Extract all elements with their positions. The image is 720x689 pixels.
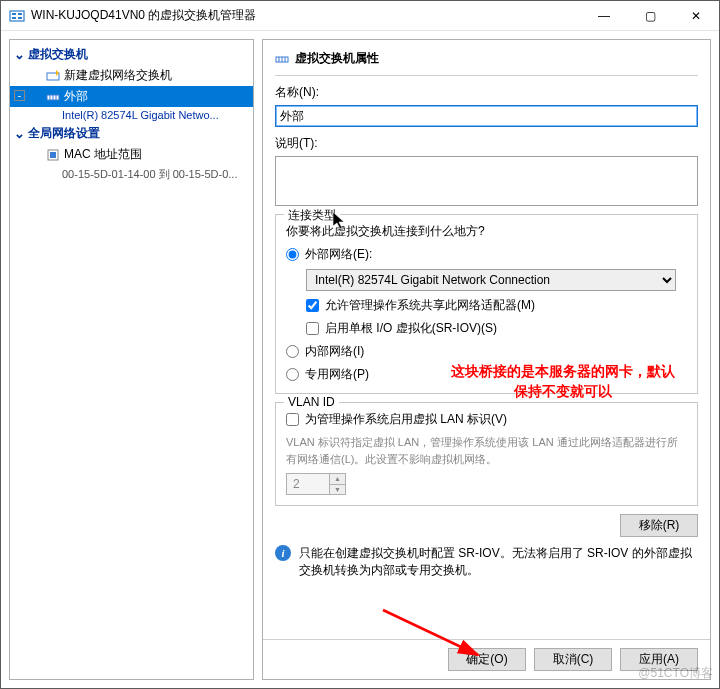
spin-down-icon: ▼ bbox=[329, 485, 345, 495]
sriov-info-text: 只能在创建虚拟交换机时配置 SR-IOV。无法将启用了 SR-IOV 的外部虚拟… bbox=[299, 545, 698, 579]
left-tree-pane: ⌄ 虚拟交换机 新建虚拟网络交换机 - 外部 Intel(R) 82574L G… bbox=[9, 39, 254, 680]
vlan-id-spinner: 2 ▲ ▼ bbox=[286, 473, 346, 495]
chk-share-row[interactable]: 允许管理操作系统共享此网络适配器(M) bbox=[306, 297, 687, 314]
chk-share-label: 允许管理操作系统共享此网络适配器(M) bbox=[325, 297, 535, 314]
caret-down-icon: ⌄ bbox=[14, 127, 25, 140]
section-label: 全局网络设置 bbox=[28, 125, 100, 142]
right-properties-pane: 虚拟交换机属性 名称(N): 说明(T): 连接类型 你要将此虚拟交换机连接到什… bbox=[262, 39, 711, 680]
tree-item-external[interactable]: - 外部 bbox=[10, 86, 253, 107]
new-switch-icon bbox=[46, 69, 60, 83]
svg-rect-3 bbox=[18, 13, 22, 15]
tree-label: 外部 bbox=[64, 88, 88, 105]
tree-sub-adapter[interactable]: Intel(R) 82574L Gigabit Netwo... bbox=[10, 107, 253, 123]
close-button[interactable]: ✕ bbox=[673, 1, 719, 31]
chk-vlan-row[interactable]: 为管理操作系统启用虚拟 LAN 标识(V) bbox=[286, 411, 687, 428]
tree-section-vswitch[interactable]: ⌄ 虚拟交换机 bbox=[10, 44, 253, 65]
vlan-id-value: 2 bbox=[293, 477, 300, 491]
vlan-group: VLAN ID 为管理操作系统启用虚拟 LAN 标识(V) VLAN 标识符指定… bbox=[275, 402, 698, 506]
minimize-button[interactable]: — bbox=[581, 1, 627, 31]
name-label: 名称(N): bbox=[275, 84, 698, 101]
maximize-button[interactable]: ▢ bbox=[627, 1, 673, 31]
radio-internal-row[interactable]: 内部网络(I) bbox=[286, 343, 687, 360]
app-icon bbox=[9, 8, 25, 24]
remove-button[interactable]: 移除(R) bbox=[620, 514, 698, 537]
section-label: 虚拟交换机 bbox=[28, 46, 88, 63]
radio-internal[interactable] bbox=[286, 345, 299, 358]
desc-textarea[interactable] bbox=[275, 156, 698, 206]
window-title: WIN-KUJOQD41VN0 的虚拟交换机管理器 bbox=[31, 7, 581, 24]
connection-question: 你要将此虚拟交换机连接到什么地方? bbox=[286, 223, 687, 240]
svg-rect-1 bbox=[12, 13, 16, 15]
chk-vlan-enable[interactable] bbox=[286, 413, 299, 426]
info-icon: i bbox=[275, 545, 291, 561]
connection-type-group: 连接类型 你要将此虚拟交换机连接到什么地方? 外部网络(E): Intel(R)… bbox=[275, 214, 698, 394]
vlan-legend: VLAN ID bbox=[284, 395, 339, 409]
svg-rect-11 bbox=[50, 152, 56, 158]
chk-sriov-row[interactable]: 启用单根 I/O 虚拟化(SR-IOV)(S) bbox=[306, 320, 687, 337]
adapter-select[interactable]: Intel(R) 82574L Gigabit Network Connecti… bbox=[306, 269, 676, 291]
tree-item-new-vswitch[interactable]: 新建虚拟网络交换机 bbox=[10, 65, 253, 86]
panel-header: 虚拟交换机属性 bbox=[275, 50, 698, 76]
vlan-hint-text: VLAN 标识符指定虚拟 LAN，管理操作系统使用该 LAN 通过此网络适配器进… bbox=[286, 434, 687, 467]
radio-internal-label: 内部网络(I) bbox=[305, 343, 364, 360]
tree-sub-mac: 00-15-5D-01-14-00 到 00-15-5D-0... bbox=[10, 165, 253, 184]
radio-private[interactable] bbox=[286, 368, 299, 381]
radio-private-row[interactable]: 专用网络(P) bbox=[286, 366, 687, 383]
switch-icon bbox=[46, 90, 60, 104]
radio-external-label: 外部网络(E): bbox=[305, 246, 372, 263]
svg-rect-0 bbox=[10, 11, 24, 21]
desc-label: 说明(T): bbox=[275, 135, 698, 152]
tree-label: 新建虚拟网络交换机 bbox=[64, 67, 172, 84]
chk-sriov-label: 启用单根 I/O 虚拟化(SR-IOV)(S) bbox=[325, 320, 497, 337]
tree-section-global[interactable]: ⌄ 全局网络设置 bbox=[10, 123, 253, 144]
titlebar: WIN-KUJOQD41VN0 的虚拟交换机管理器 — ▢ ✕ bbox=[1, 1, 719, 31]
ok-button[interactable]: 确定(O) bbox=[448, 648, 526, 671]
tree-item-mac-range[interactable]: MAC 地址范围 bbox=[10, 144, 253, 165]
chk-vlan-label: 为管理操作系统启用虚拟 LAN 标识(V) bbox=[305, 411, 507, 428]
apply-button[interactable]: 应用(A) bbox=[620, 648, 698, 671]
chk-share-os[interactable] bbox=[306, 299, 319, 312]
cancel-button[interactable]: 取消(C) bbox=[534, 648, 612, 671]
caret-down-icon: ⌄ bbox=[14, 48, 25, 61]
connection-legend: 连接类型 bbox=[284, 207, 340, 224]
tree-label: MAC 地址范围 bbox=[64, 146, 142, 163]
radio-private-label: 专用网络(P) bbox=[305, 366, 369, 383]
mac-icon bbox=[46, 148, 60, 162]
svg-rect-4 bbox=[18, 17, 22, 19]
dialog-footer: 确定(O) 取消(C) 应用(A) bbox=[263, 639, 710, 679]
spin-up-icon: ▲ bbox=[329, 474, 345, 485]
collapse-icon[interactable]: - bbox=[14, 90, 25, 101]
switch-icon bbox=[275, 52, 289, 66]
name-input[interactable] bbox=[275, 105, 698, 127]
chk-sriov[interactable] bbox=[306, 322, 319, 335]
radio-external[interactable] bbox=[286, 248, 299, 261]
radio-external-row[interactable]: 外部网络(E): bbox=[286, 246, 687, 263]
panel-title: 虚拟交换机属性 bbox=[295, 50, 379, 67]
svg-rect-2 bbox=[12, 17, 16, 19]
sriov-info-row: i 只能在创建虚拟交换机时配置 SR-IOV。无法将启用了 SR-IOV 的外部… bbox=[275, 545, 698, 579]
